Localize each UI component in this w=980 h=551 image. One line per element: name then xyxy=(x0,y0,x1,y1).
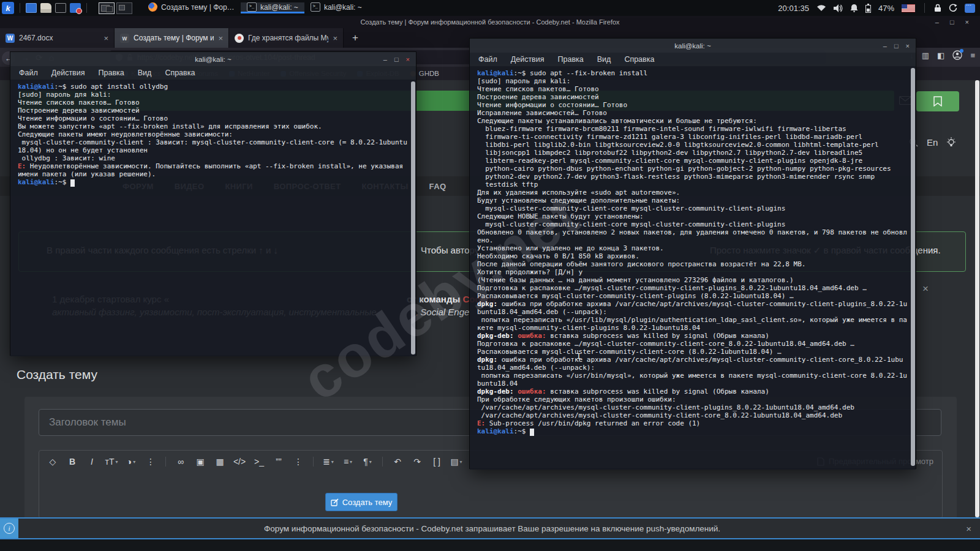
list-icon[interactable]: ≣▾ xyxy=(320,455,337,468)
undo-icon[interactable]: ↶ xyxy=(389,455,406,468)
create-topic-button[interactable]: Создать тему xyxy=(325,493,398,511)
keyboard-layout-us-flag[interactable] xyxy=(902,4,915,12)
terminal-line: mysql-cluster-community-client-core mysq… xyxy=(477,204,907,212)
maximize-icon[interactable]: □ xyxy=(950,18,954,26)
announcement-close-icon[interactable]: × xyxy=(922,283,929,295)
terminal-line: /var/cache/apt/archives/mysql-cluster-co… xyxy=(477,411,907,419)
page-scrollbar[interactable] xyxy=(975,80,979,517)
terminal-window-right[interactable]: kali@kali: ~ – □ × ФайлДействияПравкаВид… xyxy=(469,38,916,469)
notifications-icon[interactable] xyxy=(850,4,858,12)
workspace-1[interactable] xyxy=(99,2,115,14)
panel-clock[interactable]: 20:01:35 xyxy=(778,4,809,13)
terminal-menu-item[interactable]: Файл xyxy=(19,69,38,77)
terminal-menu-item[interactable]: Действия xyxy=(511,55,545,64)
terminal-snippet-icon[interactable]: >_ xyxy=(251,455,268,468)
library-icon[interactable]: ▥ xyxy=(922,51,929,60)
window-list: Создать тему | Форум и…>_kali@kali: ~>_k… xyxy=(142,2,368,13)
more-options2-icon[interactable]: ⋮ xyxy=(290,455,307,468)
account-icon[interactable] xyxy=(952,50,962,60)
terminal-app-icon[interactable] xyxy=(55,3,66,13)
drafts-icon[interactable]: ▤▾ xyxy=(448,455,465,468)
remove-format-icon[interactable]: ◇ xyxy=(44,455,61,468)
menu-icon[interactable]: ≡ xyxy=(970,51,975,60)
minimize-icon[interactable]: – xyxy=(935,18,939,26)
tab-close-icon[interactable]: × xyxy=(333,34,337,43)
terminal-window-left[interactable]: kali@kali: ~ – □ × ФайлДействияПравкаВид… xyxy=(10,51,417,356)
close-icon[interactable]: × xyxy=(965,18,969,26)
terminal-line: ено. xyxy=(477,236,907,244)
terminal-line: Чтение информации о состоянии… Готово xyxy=(477,101,907,109)
bold-icon[interactable]: B xyxy=(64,455,81,468)
kali-menu-icon[interactable]: k xyxy=(2,2,14,14)
panel-separator xyxy=(924,3,925,13)
italic-icon[interactable]: I xyxy=(83,455,100,468)
terminal-output[interactable]: kali@kali:~$ sudo apt --fix-broken insta… xyxy=(470,66,916,470)
volume-icon[interactable] xyxy=(834,4,843,12)
notification-text: Форум информационной безопасности - Code… xyxy=(18,524,966,533)
workspace-switcher[interactable] xyxy=(99,2,132,14)
sidebar-icon[interactable]: ◧ xyxy=(937,51,944,60)
terminal-line: mysql-cluster-community-client : Зависит… xyxy=(18,138,407,146)
theme-lightbulb-icon[interactable] xyxy=(946,137,956,148)
terminal-menu-item[interactable]: Правка xyxy=(99,69,124,77)
terminal-menu-item[interactable]: Правка xyxy=(558,55,584,64)
terminal-titlebar[interactable]: kali@kali: ~ – □ × xyxy=(10,52,416,66)
screenshot-app-icon[interactable] xyxy=(70,3,81,13)
tab-label: Создать тему | Форум ин xyxy=(134,34,214,42)
wifi-icon[interactable] xyxy=(816,4,826,12)
terminal-output[interactable]: kali@kali:~$ sudo apt install ollydbg[su… xyxy=(10,80,416,356)
image-icon[interactable]: ▣ xyxy=(192,455,209,468)
browser-tab[interactable]: W2467.docx× xyxy=(0,28,115,48)
paragraph-icon[interactable]: ¶▾ xyxy=(359,455,376,468)
tab-close-icon[interactable]: × xyxy=(218,34,223,43)
tab-close-icon[interactable]: × xyxy=(104,34,108,43)
terminal-menu-item[interactable]: Справка xyxy=(624,55,654,64)
site-nav-item[interactable]: FAQ xyxy=(429,182,447,191)
chat-icon[interactable] xyxy=(965,4,975,13)
close-icon[interactable]: × xyxy=(406,56,410,63)
new-tab-button[interactable]: + xyxy=(344,32,367,44)
notification-close-icon[interactable]: × xyxy=(966,523,980,534)
taskbar-window-button[interactable]: >_kali@kali: ~ xyxy=(241,2,304,13)
terminal-menu-item[interactable]: Вид xyxy=(138,69,152,77)
table-icon[interactable]: ▦ xyxy=(211,455,228,468)
terminal-menu-item[interactable]: Справка xyxy=(165,69,195,77)
redo-icon[interactable]: ↷ xyxy=(409,455,426,468)
language-toggle[interactable]: En xyxy=(927,137,938,148)
more-options-icon[interactable]: ⋮ xyxy=(142,455,159,468)
push-notification-bar: i Форум информационной безопасности - Co… xyxy=(0,517,980,539)
screen-lock-icon[interactable] xyxy=(934,4,941,12)
quote-icon[interactable]: ”” xyxy=(270,455,287,468)
battery-icon[interactable] xyxy=(865,4,871,13)
code-icon[interactable]: </> xyxy=(231,455,248,468)
minimize-icon[interactable]: – xyxy=(883,42,887,50)
firefox-titlebar[interactable]: Создать тему | Форум информационной безо… xyxy=(0,16,980,28)
terminal-menu-item[interactable]: Вид xyxy=(597,55,611,64)
terminal-scrollbar[interactable] xyxy=(911,68,915,466)
terminal-menu-item[interactable]: Действия xyxy=(51,69,85,77)
close-icon[interactable]: × xyxy=(906,42,910,50)
terminal-menu-item[interactable]: Файл xyxy=(478,55,497,64)
browser-tab[interactable]: Где хранятся файлы My× xyxy=(229,28,344,48)
workspace-2[interactable] xyxy=(116,2,132,14)
maximize-icon[interactable]: □ xyxy=(894,42,899,50)
link-icon[interactable]: ∞ xyxy=(172,455,189,468)
terminal-titlebar[interactable]: kali@kali: ~ – □ × xyxy=(470,39,916,53)
subscribe-button[interactable] xyxy=(916,91,959,111)
panel-separator xyxy=(20,3,20,13)
files-icon[interactable] xyxy=(40,3,51,13)
minimize-icon[interactable]: – xyxy=(383,56,387,63)
app-blue-icon[interactable] xyxy=(26,3,37,13)
text-color-icon[interactable]: ◑▾ xyxy=(123,455,140,468)
terminal-line: кете mysql-community-client-plugins 8.0.… xyxy=(477,324,907,332)
browser-tab[interactable]: wСоздать тему | Форум ин× xyxy=(115,28,229,48)
logout-icon[interactable] xyxy=(949,4,957,12)
terminal-scrollbar[interactable] xyxy=(411,81,415,354)
terminal-line: имени пакета (или указав решение). xyxy=(18,170,407,178)
maximize-icon[interactable]: □ xyxy=(394,56,399,63)
brackets-icon[interactable]: [ ] xyxy=(428,455,445,468)
taskbar-window-button[interactable]: Создать тему | Форум и… xyxy=(142,2,241,13)
align-icon[interactable]: ≡▾ xyxy=(339,455,356,468)
font-size-icon[interactable]: тT▾ xyxy=(103,455,120,468)
taskbar-window-button[interactable]: >_kali@kali: ~ xyxy=(304,2,368,13)
